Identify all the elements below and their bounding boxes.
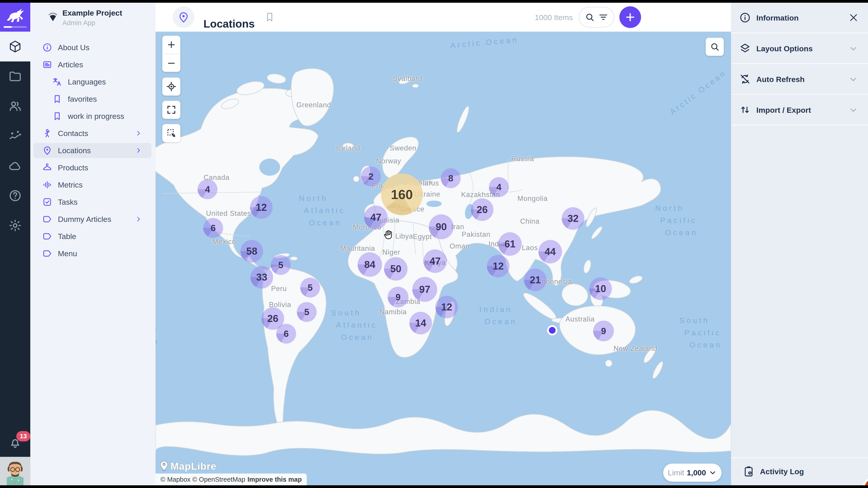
country-label: Sweden [390,144,416,152]
map-cluster[interactable]: 12 [487,255,509,278]
chevron-down-icon[interactable] [848,74,858,84]
map-cluster[interactable]: 33 [250,266,273,289]
sidebar-item-label: Table [58,232,76,241]
module-insights-button[interactable] [0,121,30,151]
sidebar-item-articles[interactable]: Articles [30,56,156,73]
activity-log-button[interactable]: Activity Log [731,457,868,485]
map-cluster[interactable]: 47 [364,205,388,229]
sidebar-item-metrics[interactable]: Metrics [30,176,156,193]
map-cluster[interactable]: 4 [489,177,509,197]
panel-layout-options[interactable]: Layout Options [731,33,868,64]
map-cluster[interactable]: 5 [300,278,320,297]
sidebar-item-languages[interactable]: Languages [30,73,156,90]
sidebar-item-favorites[interactable]: favorites [30,90,156,107]
map-cluster[interactable]: 58 [241,240,263,263]
chevron-right-icon[interactable] [135,147,143,154]
map-point-marker[interactable] [547,325,557,335]
zoom-in-button[interactable] [162,36,180,54]
limit-label: Limit [668,468,684,477]
search-filter-pill[interactable] [579,7,614,28]
map-cluster[interactable]: 90 [429,215,454,239]
panel-import-export[interactable]: Import / Export [731,95,868,126]
sidebar-item-products[interactable]: Products [30,159,156,176]
panel-information[interactable]: Information [731,3,868,33]
add-item-button[interactable] [619,6,641,28]
map-cluster[interactable]: 9 [593,321,614,341]
map-cluster[interactable]: 2 [361,166,381,186]
locate-button[interactable] [162,77,180,96]
map-cluster[interactable]: 4 [197,180,217,199]
map-cluster[interactable]: 14 [409,312,432,334]
settings-icon [8,219,22,232]
country-label: China [520,217,539,225]
bookmark-icon[interactable] [265,12,275,22]
attribution-text: © Mapbox © OpenStreetMap [160,476,245,483]
map-search-button[interactable] [706,38,724,56]
sidebar-item-label: Dummy Articles [58,215,111,224]
panel-auto-refresh[interactable]: Auto Refresh [731,64,868,95]
module-folder-button[interactable] [0,61,30,91]
country-label: Russia [511,155,534,163]
cube-icon [8,40,22,53]
module-bar: 13 [0,3,30,485]
map-cluster[interactable]: 47 [423,250,447,273]
bookmark-icon [52,94,62,104]
app-logo-button[interactable] [0,3,30,32]
sidebar-item-dummy-articles[interactable]: Dummy Articles [30,210,156,228]
map-cluster[interactable]: 12 [435,296,458,318]
map-cluster[interactable]: 12 [250,196,273,219]
user-avatar[interactable] [0,457,30,485]
module-settings-button[interactable] [0,210,30,240]
limit-dropdown[interactable]: Limit 1,000 [663,464,721,482]
map-cluster[interactable]: 6 [276,324,296,344]
fullscreen-button[interactable] [162,101,180,119]
box-select-button[interactable] [162,124,180,142]
project-header[interactable]: Example Project Admin App [30,3,156,32]
page-header: Locations 1000 Items [156,3,731,32]
sidebar-item-work-in-progress[interactable]: work in progress [30,107,156,125]
map-cluster[interactable]: 9 [388,287,408,307]
filter-icon[interactable] [598,12,609,22]
maplibre-pin-icon [159,460,169,472]
module-help-button[interactable] [0,181,30,210]
map-cluster[interactable]: 6 [203,218,223,238]
map-cluster[interactable]: 8 [441,168,461,188]
improve-map-link[interactable]: Improve this map [248,476,302,483]
map-cluster[interactable]: 26 [471,198,493,221]
map-cluster[interactable]: 61 [498,232,522,256]
panel-label: Layout Options [756,44,813,53]
sidebar-item-locations[interactable]: Locations [30,142,156,159]
bookmark-icon [52,111,62,121]
notifications-button[interactable]: 13 [0,428,30,457]
sidebar-item-menu[interactable]: Menu [30,245,156,262]
sidebar-item-tasks[interactable]: Tasks [30,193,156,210]
map-cluster[interactable]: 44 [538,240,562,263]
map-cluster[interactable]: 97 [412,277,437,302]
map-cluster[interactable]: 32 [562,207,584,230]
map-cluster[interactable]: 21 [524,269,547,291]
map-cluster[interactable]: 50 [384,257,408,281]
module-content-active[interactable] [0,32,30,61]
sidebar-item-label: Languages [68,77,106,86]
map-cluster[interactable]: 160 [381,173,423,215]
sidebar-item-contacts[interactable]: Contacts [30,125,156,142]
search-icon[interactable] [585,12,595,22]
collections-sidebar: Example Project Admin App About UsArticl… [30,3,156,485]
country-label: New Zealand [614,345,657,353]
chevron-right-icon[interactable] [135,215,143,223]
module-people-button[interactable] [0,91,30,121]
close-icon[interactable] [848,12,859,23]
sidebar-item-about-us[interactable]: About Us [30,39,156,56]
sidebar-item-table[interactable]: Table [30,228,156,245]
map-cluster[interactable]: 10 [589,278,612,300]
chevron-down-icon[interactable] [848,44,858,53]
map-cluster[interactable]: 84 [358,252,382,277]
zoom-out-button[interactable] [162,54,180,72]
collection-icon-button[interactable] [173,6,194,28]
map-cluster[interactable]: 5 [271,255,291,275]
module-cloud-button[interactable] [0,151,30,181]
chevron-down-icon[interactable] [848,105,858,115]
map-canvas[interactable]: Arctic OceanArctic OceanNorthAtlanticOce… [156,32,731,485]
chevron-right-icon[interactable] [135,129,143,137]
map-cluster[interactable]: 5 [297,302,317,322]
